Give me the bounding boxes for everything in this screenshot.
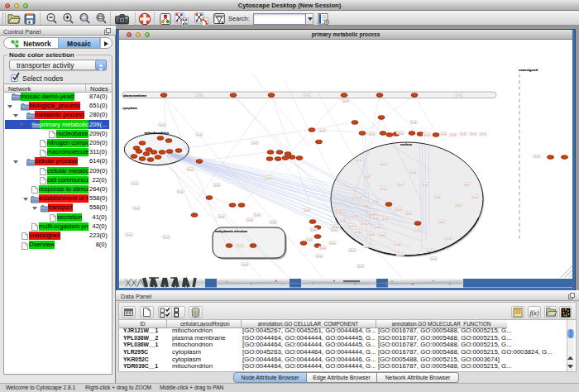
svg-text:[n-a]: [n-a] [353,213,359,217]
svg-text:[n-a]: [n-a] [356,195,362,198]
svg-text:[n-a]: [n-a] [304,93,310,97]
svg-text:[n-a]: [n-a] [219,215,225,218]
svg-text:[n-a]: [n-a] [472,195,478,198]
svg-text:[n-a]: [n-a] [395,242,400,246]
svg-text:[n-a]: [n-a] [333,225,339,228]
svg-text:[n-a]: [n-a] [134,207,140,210]
svg-text:[n-a]: [n-a] [457,93,462,97]
svg-text:[n-a]: [n-a] [481,132,486,136]
svg-text:[n-a]: [n-a] [435,195,441,198]
svg-text:[n-a]: [n-a] [266,176,272,179]
svg-text:[n-a]: [n-a] [127,233,132,237]
svg-text:[n-a]: [n-a] [534,155,540,158]
svg-text:[n-a]: [n-a] [214,184,220,187]
svg-text:[n-a]: [n-a] [383,217,389,220]
svg-text:[n-a]: [n-a] [414,228,420,232]
svg-text:[n-a]: [n-a] [471,132,476,136]
svg-text:[n-a]: [n-a] [178,190,184,194]
svg-text:[n-a]: [n-a] [369,232,375,236]
svg-text:[n-a]: [n-a] [197,93,203,97]
svg-text:[n-a]: [n-a] [330,241,336,245]
svg-text:[n-a]: [n-a] [464,183,470,186]
svg-text:[n-a]: [n-a] [307,238,313,241]
svg-text:[n-a]: [n-a] [370,212,376,215]
svg-text:[n-a]: [n-a] [336,208,342,211]
svg-text:[n-a]: [n-a] [373,199,379,203]
svg-text:[n-a]: [n-a] [410,170,416,174]
svg-text:f(x): f(x) [529,309,538,317]
svg-text:[n-a]: [n-a] [270,221,276,224]
svg-text:[n-a]: [n-a] [439,220,445,223]
svg-text:[n-a]: [n-a] [373,216,379,219]
svg-text:[n-a]: [n-a] [320,246,326,250]
svg-text:[n-a]: [n-a] [332,228,337,232]
svg-text:[n-a]: [n-a] [431,257,437,261]
svg-text:[n-a]: [n-a] [197,133,203,136]
svg-text:mitochondrion: mitochondrion [145,131,170,135]
svg-text:cytoplasm: cytoplasm [122,106,137,110]
svg-text:[n-a]: [n-a] [132,182,138,185]
svg-text:[n-a]: [n-a] [340,218,346,222]
svg-text:[n-a]: [n-a] [365,245,371,248]
svg-text:[n-a]: [n-a] [427,249,433,252]
svg-text:[n-a]: [n-a] [424,133,430,136]
svg-text:[n-a]: [n-a] [369,132,375,136]
svg-text:[n-a]: [n-a] [320,129,326,132]
svg-text:[n-a]: [n-a] [355,230,361,233]
svg-text:unassigned: unassigned [519,68,538,72]
svg-text:[n-a]: [n-a] [365,174,371,178]
svg-text:[n-a]: [n-a] [317,255,323,258]
svg-text:[n-a]: [n-a] [396,208,402,211]
svg-text:[n-a]: [n-a] [375,225,380,228]
svg-text:[n-a]: [n-a] [381,162,387,165]
svg-text:[n-a]: [n-a] [411,121,417,124]
svg-text:[n-a]: [n-a] [363,203,369,207]
svg-text:[n-a]: [n-a] [446,237,452,240]
svg-text:[n-a]: [n-a] [237,244,243,247]
svg-text:[n-a]: [n-a] [348,224,354,227]
svg-text:[n-a]: [n-a] [160,123,165,127]
svg-text:[n-a]: [n-a] [252,141,258,145]
svg-text:[n-a]: [n-a] [456,203,462,207]
svg-text:[n-a]: [n-a] [350,249,356,252]
svg-text:[n-a]: [n-a] [398,253,404,256]
svg-text:[n-a]: [n-a] [356,158,362,161]
svg-text:[n-a]: [n-a] [398,131,404,135]
svg-text:[n-a]: [n-a] [311,228,317,232]
svg-text:[n-a]: [n-a] [381,187,387,190]
svg-text:[n-a]: [n-a] [255,213,261,217]
svg-text:nucleus: nucleus [400,142,412,146]
svg-text:[n-a]: [n-a] [441,132,447,136]
svg-text:[n-a]: [n-a] [398,183,404,186]
svg-text:[n-a]: [n-a] [304,208,310,212]
svg-text:[n-a]: [n-a] [380,233,385,237]
svg-text:[n-a]: [n-a] [358,265,364,268]
svg-text:[n-a]: [n-a] [188,168,194,171]
svg-text:[n-a]: [n-a] [361,222,367,225]
svg-text:plasma membrane: plasma membrane [123,93,146,98]
svg-text:[n-a]: [n-a] [247,218,253,222]
svg-text:[n-a]: [n-a] [423,183,428,186]
svg-text:[n-a]: [n-a] [461,132,467,136]
svg-text:[n-a]: [n-a] [242,263,248,266]
svg-text:[n-a]: [n-a] [343,99,349,103]
svg-text:[n-a]: [n-a] [164,236,170,239]
svg-text:[n-a]: [n-a] [451,133,457,136]
svg-text:[n-a]: [n-a] [406,212,412,215]
